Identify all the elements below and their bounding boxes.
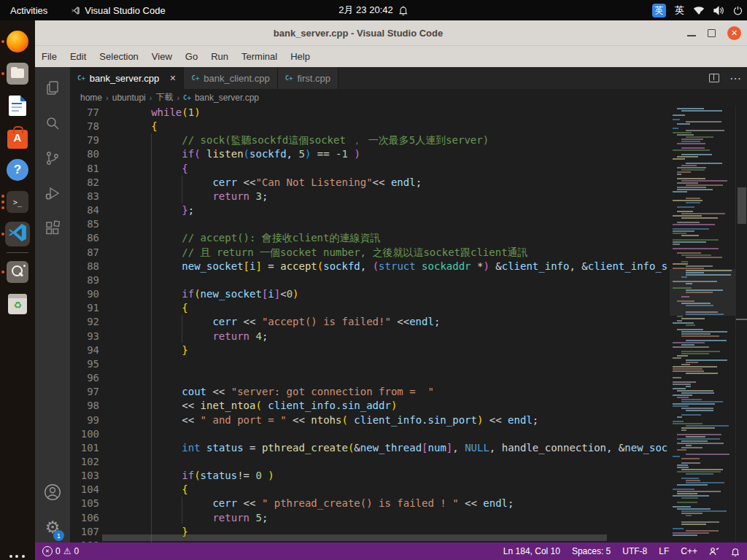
- window-titlebar[interactable]: bank_server.cpp - Visual Studio Code ✕: [35, 20, 747, 46]
- running-indicator-dot: [1, 206, 4, 209]
- minimap-line: [681, 235, 699, 236]
- menu-item-edit[interactable]: Edit: [63, 51, 93, 62]
- code-line-93: return 4;: [120, 330, 268, 343]
- minimap-line: [686, 480, 700, 481]
- minimap-line: [681, 447, 703, 448]
- activitybar-explorer-icon[interactable]: [35, 71, 70, 105]
- vscode-mini-icon: [71, 6, 80, 15]
- restore-button[interactable]: [708, 29, 716, 37]
- minimap-line: [677, 508, 711, 510]
- minimap-line: [686, 386, 691, 387]
- minimap-line: [673, 381, 696, 383]
- dock-item-libreoffice-writer[interactable]: [5, 93, 30, 118]
- horizontal-scrollbar-thumb[interactable]: [102, 534, 607, 541]
- dock-item-screenshot-tool[interactable]: [5, 260, 30, 284]
- code-line-79: // sock(監聽sockfd這個socket ， 一次最多5人連到serve…: [120, 133, 489, 147]
- line-number: 89: [70, 273, 99, 287]
- minimap-line: [673, 423, 703, 424]
- minimize-button[interactable]: [687, 35, 696, 36]
- tab-bank_client-cpp[interactable]: C+bank_client.cpp: [184, 67, 277, 89]
- encoding-setting[interactable]: UTF-8: [622, 546, 647, 556]
- menu-item-go[interactable]: Go: [179, 51, 204, 62]
- menu-item-file[interactable]: File: [35, 51, 63, 62]
- vertical-scrollbar-thumb[interactable]: [738, 187, 746, 224]
- line-number: 83: [70, 190, 99, 203]
- minimap-line: [673, 322, 694, 324]
- menu-item-run[interactable]: Run: [204, 51, 235, 62]
- activitybar-run-debug-icon[interactable]: [35, 176, 70, 210]
- minimap-line: [677, 187, 706, 188]
- split-editor-icon[interactable]: [709, 74, 719, 82]
- breadcrumb-item[interactable]: 下載: [155, 91, 173, 104]
- minimap-line: [681, 478, 699, 479]
- minimap[interactable]: [670, 106, 735, 542]
- more-actions-icon[interactable]: ⋯: [729, 71, 741, 85]
- menu-item-help[interactable]: Help: [284, 51, 317, 62]
- minimap-line: [677, 443, 724, 444]
- wifi-icon[interactable]: [693, 6, 705, 15]
- indentation-setting[interactable]: Spaces: 5: [572, 546, 611, 556]
- dock-item-terminal[interactable]: >_: [5, 190, 30, 214]
- activitybar-account-icon[interactable]: [35, 475, 70, 509]
- dock-item-help[interactable]: ?: [5, 158, 30, 182]
- activitybar-extensions-icon[interactable]: [35, 211, 70, 245]
- tab-first-cpp[interactable]: C+first.cpp: [278, 67, 338, 89]
- activities-button[interactable]: Activities: [0, 5, 58, 16]
- code-editor[interactable]: 77 while(1)78 {79 // sock(監聽sockfd這個sock…: [70, 106, 747, 542]
- clock[interactable]: 2月 23 20:42: [338, 4, 392, 17]
- minimap-line: [686, 340, 727, 341]
- activitybar-source-control-icon[interactable]: [35, 141, 70, 175]
- input-method-label[interactable]: 英: [675, 4, 684, 17]
- activitybar-search-icon[interactable]: [35, 106, 70, 140]
- minimap-line: [677, 320, 682, 322]
- language-mode[interactable]: C++: [681, 546, 697, 556]
- dock-item-files[interactable]: [5, 61, 30, 86]
- line-number: 101: [70, 441, 99, 455]
- warnings-icon: ⚠: [63, 547, 71, 556]
- tab-bank_server-cpp[interactable]: C+bank_server.cpp✕: [70, 67, 184, 89]
- focused-app-indicator[interactable]: Visual Studio Code: [71, 5, 165, 16]
- eol-setting[interactable]: LF: [659, 546, 669, 556]
- code-line-88: new_socket[i] = accept(sockfd, (struct s…: [120, 260, 667, 273]
- minimap-slider[interactable]: [670, 269, 735, 316]
- menu-item-view[interactable]: View: [145, 51, 179, 62]
- line-number: 99: [70, 413, 99, 427]
- dock-item-firefox[interactable]: [5, 29, 30, 54]
- minimap-line: [673, 346, 709, 348]
- line-number: 94: [70, 343, 99, 357]
- input-method-badge[interactable]: 英: [652, 4, 666, 18]
- menu-item-terminal[interactable]: Terminal: [235, 51, 284, 62]
- breadcrumb-item[interactable]: bank_server.cpp: [195, 93, 259, 103]
- minimap-line: [681, 458, 700, 459]
- code-line-97: cout << "server: got connection from = ": [120, 385, 434, 399]
- show-applications-button[interactable]: [9, 555, 26, 560]
- code-line-90: if(new_socket[i]<0): [120, 287, 299, 301]
- minimap-line: [686, 515, 692, 516]
- tab-close-icon[interactable]: ✕: [169, 74, 176, 83]
- volume-icon[interactable]: [713, 6, 724, 15]
- minimap-line: [681, 392, 714, 394]
- breadcrumb-item[interactable]: home: [80, 93, 102, 103]
- window-title: bank_server.cpp - Visual Studio Code: [35, 20, 681, 45]
- notifications-bell-icon[interactable]: [731, 547, 740, 556]
- breadcrumb-item[interactable]: ubuntupi: [112, 93, 146, 103]
- feedback-icon[interactable]: [709, 547, 719, 556]
- desktop: Activities Visual Studio Code 2月 23 20:4…: [0, 0, 747, 560]
- menu-item-selection[interactable]: Selection: [93, 51, 144, 62]
- dock-item-vscode[interactable]: [5, 222, 30, 246]
- line-number: 78: [70, 120, 99, 133]
- activitybar-settings-icon[interactable]: ⚙1: [35, 510, 70, 544]
- breadcrumb-separator: ›: [150, 93, 152, 102]
- power-icon[interactable]: [733, 6, 743, 15]
- vertical-scrollbar[interactable]: [735, 106, 747, 542]
- close-button[interactable]: ✕: [727, 26, 741, 40]
- problems-indicator[interactable]: ✕ 0 ⚠ 0: [42, 546, 79, 556]
- code-line-94: }: [120, 343, 188, 357]
- minimap-line: [673, 215, 702, 217]
- minimap-line: [686, 184, 723, 186]
- dock-item-trash[interactable]: ♻: [5, 292, 30, 316]
- trash-icon: ♻: [8, 294, 27, 314]
- notification-bell-icon[interactable]: [399, 5, 409, 15]
- dock-item-ubuntu-software[interactable]: A: [5, 125, 30, 150]
- cursor-position[interactable]: Ln 184, Col 10: [503, 546, 560, 556]
